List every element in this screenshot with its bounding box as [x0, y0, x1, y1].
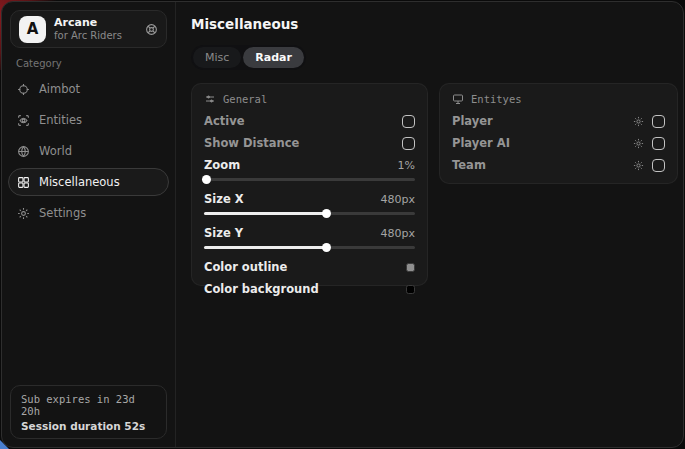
main-content: Miscellaneous Misc Radar General: [176, 2, 684, 447]
slider-thumb[interactable]: [322, 243, 331, 252]
arcane-window: A Arcane for Arc Riders Category: [1, 1, 684, 448]
zoom-control: Zoom 1%: [204, 158, 415, 184]
zoom-slider[interactable]: [204, 175, 415, 184]
team-label: Team: [452, 158, 486, 172]
show-distance-checkbox[interactable]: [402, 137, 415, 150]
size-y-label: Size Y: [204, 226, 243, 240]
player-settings-icon[interactable]: [633, 116, 644, 127]
color-background-row: Color background: [204, 282, 415, 296]
slider-thumb[interactable]: [322, 209, 331, 218]
panel-row: General Active Show Distance Zoom 1%: [191, 83, 678, 286]
team-row: Team: [452, 158, 665, 172]
player-ai-row: Player AI: [452, 136, 665, 150]
sidebar-item-label: World: [39, 144, 72, 158]
size-y-value: 480px: [381, 227, 416, 240]
category-label: Category: [16, 58, 175, 69]
sidebar-item-entities[interactable]: Entities: [8, 106, 169, 134]
tab-radar[interactable]: Radar: [243, 47, 304, 68]
sidebar-item-label: Miscellaneous: [39, 175, 120, 189]
tab-bar: Misc Radar: [191, 45, 306, 70]
show-distance-label: Show Distance: [204, 136, 299, 150]
brand-card: A Arcane for Arc Riders: [10, 10, 167, 48]
player-row: Player: [452, 114, 665, 128]
sidebar-item-world[interactable]: World: [8, 137, 169, 165]
brand-subtitle: for Arc Riders: [54, 30, 137, 42]
crosshair-icon: [17, 83, 30, 96]
active-label: Active: [204, 114, 244, 128]
size-x-slider[interactable]: [204, 209, 415, 218]
team-checkbox[interactable]: [652, 159, 665, 172]
page-title: Miscellaneous: [191, 16, 678, 32]
general-panel: General Active Show Distance Zoom 1%: [191, 83, 428, 286]
entities-panel-title: Entityes: [471, 93, 522, 105]
brand-title: Arcane: [54, 17, 137, 30]
size-y-control: Size Y 480px: [204, 226, 415, 252]
player-label: Player: [452, 114, 493, 128]
monitor-icon: [452, 93, 464, 105]
active-row: Active: [204, 114, 415, 128]
grid-icon: [17, 176, 30, 189]
zoom-label: Zoom: [204, 158, 240, 172]
show-distance-row: Show Distance: [204, 136, 415, 150]
player-ai-label: Player AI: [452, 136, 510, 150]
color-outline-row: Color outline: [204, 260, 415, 274]
subscription-box: Sub expires in 23d 20h Session duration …: [10, 385, 167, 439]
entities-panel: Entityes Player P: [439, 83, 678, 184]
sidebar-item-label: Settings: [39, 206, 86, 220]
sidebar-item-label: Entities: [39, 113, 82, 127]
sidebar-item-settings[interactable]: Settings: [8, 199, 169, 227]
scan-eye-icon: [17, 114, 30, 127]
sidebar-item-aimbot[interactable]: Aimbot: [8, 75, 169, 103]
player-ai-settings-icon[interactable]: [633, 138, 644, 149]
color-outline-label: Color outline: [204, 260, 287, 274]
brand-logo: A: [19, 16, 46, 43]
refresh-icon[interactable]: [145, 23, 158, 36]
session-duration-text: Session duration 52s: [21, 420, 156, 432]
globe-icon: [17, 145, 30, 158]
size-x-label: Size X: [204, 192, 244, 206]
sidebar-item-label: Aimbot: [39, 82, 80, 96]
sliders-icon: [204, 93, 216, 105]
sidebar-nav: Aimbot Entities: [2, 73, 175, 229]
sub-expires-text: Sub expires in 23d 20h: [21, 393, 156, 417]
team-settings-icon[interactable]: [633, 160, 644, 171]
player-ai-checkbox[interactable]: [652, 137, 665, 150]
color-background-swatch[interactable]: [406, 285, 415, 294]
sidebar-item-miscellaneous[interactable]: Miscellaneous: [8, 168, 169, 196]
gear-icon: [17, 207, 30, 220]
player-checkbox[interactable]: [652, 115, 665, 128]
zoom-value: 1%: [398, 159, 415, 172]
color-background-label: Color background: [204, 282, 319, 296]
size-x-control: Size X 480px: [204, 192, 415, 218]
slider-thumb[interactable]: [202, 175, 211, 184]
size-y-slider[interactable]: [204, 243, 415, 252]
general-panel-title: General: [223, 93, 267, 105]
color-outline-swatch[interactable]: [406, 263, 415, 272]
active-checkbox[interactable]: [402, 115, 415, 128]
sidebar: A Arcane for Arc Riders Category: [2, 2, 176, 447]
tab-misc[interactable]: Misc: [193, 47, 241, 68]
size-x-value: 480px: [381, 193, 416, 206]
